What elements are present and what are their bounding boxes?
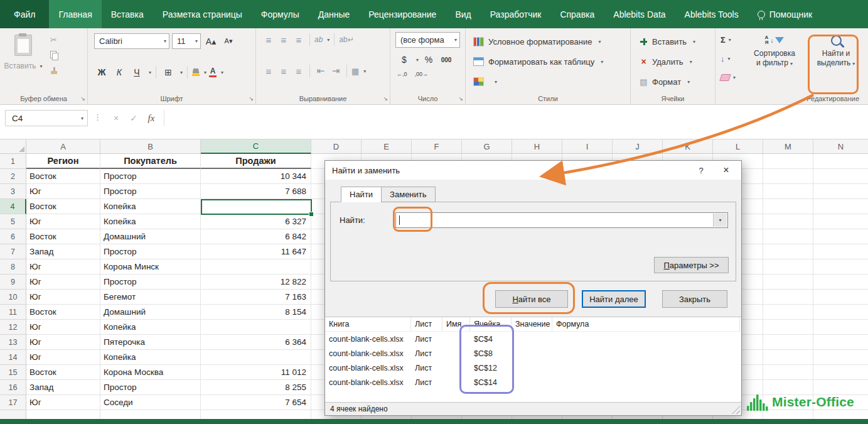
dialog-title-bar[interactable]: Найти и заменить ? × <box>325 161 741 180</box>
number-dialog-launcher[interactable]: ↘ <box>458 96 463 102</box>
results-header-Формула[interactable]: Формула <box>552 317 740 331</box>
ribbon-tab-Разметка страницы[interactable]: Разметка страницы <box>153 0 252 28</box>
cell-B14[interactable]: Копейка <box>100 350 201 365</box>
align-right-icon[interactable]: ≡ <box>292 66 305 77</box>
row-header-16[interactable]: 16 <box>0 380 26 395</box>
cell[interactable] <box>763 365 813 380</box>
cell-B12[interactable]: Копейка <box>100 320 201 335</box>
cell[interactable] <box>813 305 868 320</box>
cell[interactable] <box>813 214 868 229</box>
clear-button[interactable]: ▾ <box>721 71 736 84</box>
cell-B1[interactable]: Покупатель <box>100 154 201 169</box>
ribbon-tab-Справка[interactable]: Справка <box>550 0 604 28</box>
cell[interactable] <box>813 259 868 275</box>
cell[interactable] <box>813 350 868 365</box>
cancel-icon[interactable]: × <box>107 110 125 126</box>
conditional-formatting-button[interactable]: Условное форматирование ▾ <box>473 33 601 50</box>
cell-C2[interactable]: 10 344 <box>201 169 311 184</box>
column-header-B[interactable]: B <box>100 139 201 154</box>
ribbon-tab-Вид[interactable]: Вид <box>446 0 480 28</box>
borders-dropdown-icon[interactable]: ▾ <box>180 70 183 75</box>
row-header-9[interactable]: 9 <box>0 275 26 290</box>
cell[interactable] <box>813 365 868 380</box>
format-as-table-button[interactable]: Форматировать как таблицу ▾ <box>473 53 603 70</box>
autosum-button[interactable]: Σ ▾ <box>721 33 731 46</box>
insert-function-icon[interactable]: fx <box>142 110 160 126</box>
ribbon-tab-Рецензирование[interactable]: Рецензирование <box>359 0 446 28</box>
row-header-3[interactable]: 3 <box>0 184 26 199</box>
cell-B13[interactable]: Пятерочка <box>100 335 201 350</box>
row-header-15[interactable]: 15 <box>0 365 26 380</box>
row-header-4[interactable]: 4 <box>0 199 26 214</box>
dialog-help-button[interactable]: ? <box>690 166 712 175</box>
column-header-I[interactable]: I <box>562 139 613 154</box>
align-top-icon[interactable]: ≡ <box>262 35 275 45</box>
cell-C8[interactable] <box>201 259 311 275</box>
cell-styles-button[interactable]: ▾ <box>473 73 497 90</box>
delete-cells-button[interactable]: × Удалить ▾ <box>640 53 692 70</box>
comma-format-button[interactable]: 000 <box>439 52 454 67</box>
formula-input[interactable] <box>164 110 868 126</box>
dialog-close-button[interactable]: Закрыть <box>662 290 727 308</box>
row-header-17[interactable]: 17 <box>0 395 26 410</box>
column-header-D[interactable]: D <box>311 139 362 154</box>
cell-B17[interactable]: Соседи <box>100 395 201 410</box>
row-header-11[interactable]: 11 <box>0 305 26 320</box>
cell-A6[interactable]: Восток <box>26 229 100 244</box>
ribbon-tab-Файл[interactable]: Файл <box>0 0 49 28</box>
sort-filter-button[interactable]: АЯ ↓ Сортировка и фильтр▾ <box>747 31 802 68</box>
row-header-6[interactable]: 6 <box>0 229 26 244</box>
cell[interactable] <box>763 154 813 169</box>
result-row-$C$8[interactable]: count-blank-cells.xlsxЛист$C$8 <box>325 346 741 361</box>
ribbon-tab-Помощник[interactable]: Помощник <box>748 0 822 28</box>
cell[interactable] <box>813 154 868 169</box>
cell-A9[interactable]: Юг <box>26 275 100 290</box>
decrease-indent-icon[interactable]: ⇤ <box>314 65 327 77</box>
align-center-icon[interactable]: ≡ <box>277 66 290 77</box>
results-header-Значение[interactable]: Значение <box>512 317 552 331</box>
column-header-C[interactable]: C <box>201 139 311 154</box>
options-button[interactable]: Параметры >> <box>654 257 729 273</box>
align-middle-icon[interactable]: ≡ <box>277 35 290 45</box>
decrease-decimal-button[interactable]: ,00→ <box>415 71 429 77</box>
cell[interactable] <box>763 169 813 184</box>
cell[interactable] <box>813 169 868 184</box>
cell-B10[interactable]: Бегемот <box>100 290 201 305</box>
align-left-icon[interactable]: ≡ <box>262 66 275 77</box>
find-input-dropdown-icon[interactable]: ▾ <box>713 214 727 227</box>
cell-A12[interactable]: Юг <box>26 320 100 335</box>
underline-button[interactable]: Ч <box>129 65 144 80</box>
cell-A15[interactable]: Восток <box>26 365 100 380</box>
cell-B16[interactable]: Простор <box>100 380 201 395</box>
increase-indent-icon[interactable]: ⇥ <box>330 65 342 77</box>
font-name-combo[interactable]: Calibri▾ <box>94 33 169 49</box>
result-row-$C$14[interactable]: count-blank-cells.xlsxЛист$C$14 <box>325 375 741 389</box>
cell-B4[interactable]: Копейка <box>100 199 201 214</box>
font-size-combo[interactable]: 11▾ <box>172 33 201 49</box>
tab-find[interactable]: Найти <box>341 187 382 202</box>
ribbon-tab-Формулы[interactable]: Формулы <box>252 0 309 28</box>
cell[interactable] <box>813 199 868 214</box>
wrap-text-icon[interactable]: ab↵ <box>339 35 353 44</box>
paste-button[interactable]: Вставить▾ <box>5 32 41 94</box>
cut-icon[interactable]: ✂ <box>50 35 59 45</box>
borders-button[interactable]: ⊞ <box>161 65 176 80</box>
insert-cells-button[interactable]: Вставить ▾ <box>640 33 695 50</box>
resize-grip[interactable] <box>732 406 740 414</box>
format-cells-button[interactable]: ▤ Формат ▾ <box>640 73 690 90</box>
alignment-dialog-launcher[interactable]: ↘ <box>383 96 388 102</box>
cell-C1[interactable]: Продажи <box>201 154 311 169</box>
font-color-button[interactable]: А <box>209 67 217 77</box>
fill-button[interactable]: ↓ ▾ <box>721 52 731 65</box>
fill-color-button[interactable] <box>192 68 200 76</box>
format-painter-icon[interactable] <box>50 66 59 76</box>
cell-A17[interactable]: Юг <box>26 395 100 410</box>
column-header-G[interactable]: G <box>462 139 512 154</box>
row-header-2[interactable]: 2 <box>0 169 26 184</box>
cell-B15[interactable]: Корона Москва <box>100 365 201 380</box>
column-header-H[interactable]: H <box>512 139 562 154</box>
cell-A13[interactable]: Юг <box>26 335 100 350</box>
find-input[interactable]: ▾ <box>395 212 728 228</box>
currency-format-button[interactable]: $ <box>397 52 412 67</box>
cell[interactable] <box>763 199 813 214</box>
